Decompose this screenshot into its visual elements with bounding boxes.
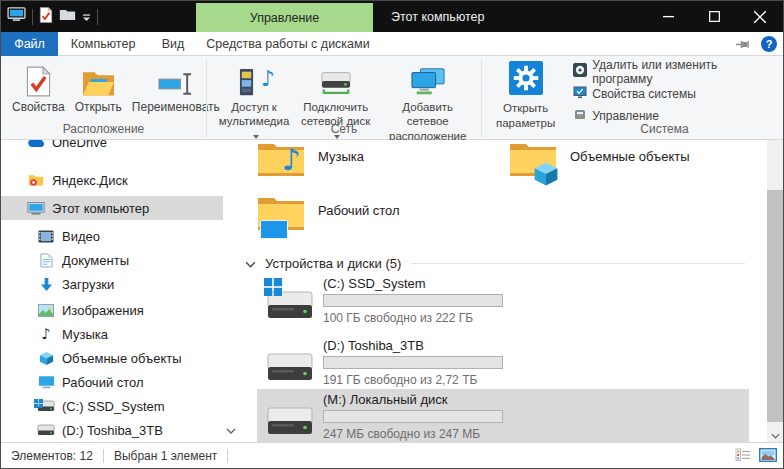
sidebar-item-onedrive[interactable]: OneDrive bbox=[1, 140, 223, 154]
sidebar-item-this-pc[interactable]: Этот компьютер bbox=[1, 196, 223, 220]
folder-tile-music[interactable]: ♪ Музыка bbox=[257, 140, 493, 190]
group-label-network: Сеть bbox=[207, 122, 481, 136]
properties-button[interactable]: Свойства bbox=[7, 61, 70, 116]
contextual-tab-manage[interactable]: Управление bbox=[196, 3, 373, 32]
scrollbar-down-icon[interactable] bbox=[767, 428, 783, 443]
drive-tile-c[interactable]: (C:) SSD_System 100 ГБ свободно из 222 Г… bbox=[257, 273, 749, 327]
open-button[interactable]: Открыть bbox=[70, 61, 127, 116]
sidebar-item-yandex-disk[interactable]: Яндекс.Диск bbox=[1, 168, 223, 192]
explorer-window: Управление Этот компьютер Файл Компьютер… bbox=[0, 0, 784, 469]
network-location-icon bbox=[411, 63, 445, 97]
tab-file[interactable]: Файл bbox=[1, 32, 58, 56]
title-bar: Управление Этот компьютер bbox=[1, 1, 783, 32]
3d-objects-folder-icon bbox=[509, 140, 557, 188]
manage-label: Управление bbox=[592, 109, 659, 123]
capacity-bar bbox=[323, 356, 503, 369]
manage-button[interactable]: Управление bbox=[573, 108, 777, 123]
section-devices-and-drives[interactable]: Устройства и диски (5) bbox=[245, 254, 745, 272]
window-title: Этот компьютер bbox=[391, 1, 484, 32]
onedrive-cloud-icon bbox=[27, 140, 45, 148]
status-separator bbox=[103, 449, 104, 463]
drive-c-icon bbox=[265, 278, 315, 322]
help-icon[interactable]: ? bbox=[761, 36, 777, 52]
drive-m-icon bbox=[265, 394, 315, 438]
open-label: Открыть bbox=[75, 100, 122, 114]
group-label-system: Система bbox=[482, 122, 777, 136]
sidebar-item-downloads[interactable]: Загрузки bbox=[1, 272, 223, 296]
computer-icon[interactable] bbox=[7, 7, 26, 26]
scrollbar-thumb[interactable] bbox=[767, 190, 783, 422]
ribbon-group-location: Свойства Открыть Переименовать Расположе… bbox=[1, 56, 206, 139]
settings-gear-icon bbox=[509, 61, 543, 98]
quick-access-toolbar bbox=[7, 1, 98, 32]
music-note-icon: ♪ bbox=[261, 65, 275, 93]
windows-logo-icon bbox=[264, 278, 282, 300]
desktop-folder-icon bbox=[257, 194, 305, 242]
sidebar-scroll-down-icon[interactable] bbox=[224, 423, 238, 439]
status-bar: Элементов: 12 Выбран 1 элемент bbox=[1, 442, 783, 468]
collapse-chevron-icon[interactable] bbox=[245, 254, 256, 272]
uninstall-program-button[interactable]: Удалить или изменить программу bbox=[573, 64, 777, 79]
yandex-disk-icon bbox=[27, 173, 45, 187]
sidebar-item-documents[interactable]: Документы bbox=[1, 248, 223, 272]
customize-toolbar-chevron-icon[interactable] bbox=[82, 8, 91, 26]
ribbon: Свойства Открыть Переименовать Расположе… bbox=[1, 56, 783, 140]
view-toggle-buttons bbox=[735, 443, 777, 469]
tab-disk-tools[interactable]: Средства работы с дисками bbox=[198, 32, 378, 56]
sidebar-item-desktop[interactable]: Рабочий стол bbox=[1, 370, 223, 394]
pin-ribbon-icon[interactable] bbox=[736, 35, 751, 53]
music-note-icon: ♪ bbox=[282, 142, 301, 177]
capacity-bar bbox=[323, 294, 503, 307]
this-pc-monitor-icon bbox=[27, 201, 45, 216]
status-separator bbox=[227, 449, 228, 463]
desktop-screen-icon bbox=[260, 220, 288, 243]
sidebar-item-drive-c[interactable]: (C:) SSD_System bbox=[1, 394, 223, 418]
network-drive-icon bbox=[320, 63, 352, 97]
tab-view[interactable]: Вид bbox=[148, 32, 198, 56]
3d-cube-icon bbox=[37, 351, 55, 366]
drive-icon bbox=[37, 424, 55, 436]
uninstall-program-label: Удалить или изменить программу bbox=[592, 58, 777, 86]
sidebar-item-music[interactable]: ♪ Музыка bbox=[1, 322, 223, 346]
open-folder-icon bbox=[82, 63, 115, 97]
3d-cube-icon bbox=[533, 161, 559, 191]
ribbon-bar-right: ? bbox=[736, 32, 777, 56]
sidebar-item-drive-d[interactable]: (D:) Toshiba_3TB bbox=[1, 418, 223, 442]
folder-tile-desktop[interactable]: Рабочий стол bbox=[257, 194, 493, 244]
minimize-button[interactable] bbox=[645, 1, 691, 32]
system-drive-icon bbox=[37, 400, 55, 412]
selection-count: Выбран 1 элемент bbox=[114, 449, 217, 463]
sidebar-item-pictures[interactable]: Изображения bbox=[1, 298, 223, 322]
ribbon-tab-bar: Файл Компьютер Вид Средства работы с дис… bbox=[1, 32, 783, 56]
open-settings-button[interactable]: Открытьпараметры bbox=[482, 56, 563, 130]
section-divider bbox=[411, 263, 745, 264]
drive-tile-d[interactable]: (D:) Toshiba_3TB 191 ГБ свободно из 2,72… bbox=[257, 335, 749, 389]
toolbar-separator bbox=[32, 9, 33, 25]
system-properties-label: Свойства системы bbox=[592, 87, 696, 101]
maximize-button[interactable] bbox=[691, 1, 737, 32]
window-controls bbox=[645, 1, 783, 32]
tab-computer[interactable]: Компьютер bbox=[58, 32, 148, 56]
system-properties-button[interactable]: Свойства системы bbox=[573, 86, 777, 101]
drive-tile-m[interactable]: (M:) Локальный диск 247 МБ свободно из 2… bbox=[257, 389, 749, 443]
drive-capacity: 247 МБ свободно из 247 МБ bbox=[323, 427, 503, 441]
thumbnail-view-icon[interactable] bbox=[759, 448, 777, 465]
sidebar-item-3d-objects[interactable]: Объемные объекты bbox=[1, 346, 223, 370]
drive-name: (C:) SSD_System bbox=[323, 276, 503, 291]
uninstall-program-icon bbox=[573, 63, 587, 80]
properties-quick-icon[interactable] bbox=[39, 7, 53, 27]
main-area: OneDrive Яндекс.Диск Этот компьютер Виде… bbox=[1, 140, 783, 444]
properties-icon bbox=[25, 63, 52, 97]
rename-icon bbox=[158, 63, 193, 97]
pictures-icon bbox=[37, 304, 55, 317]
system-properties-icon bbox=[573, 85, 587, 102]
sidebar-item-videos[interactable]: Видео bbox=[1, 224, 223, 248]
folder-tile-3d-objects[interactable]: Объемные объекты bbox=[509, 140, 745, 190]
drive-d-icon bbox=[265, 340, 315, 384]
group-label-location: Расположение bbox=[1, 122, 206, 136]
vertical-scrollbar[interactable] bbox=[767, 140, 783, 444]
new-folder-icon[interactable] bbox=[59, 8, 76, 26]
close-button[interactable] bbox=[737, 1, 783, 32]
details-view-icon[interactable] bbox=[735, 448, 751, 465]
downloads-arrow-icon bbox=[37, 277, 55, 292]
